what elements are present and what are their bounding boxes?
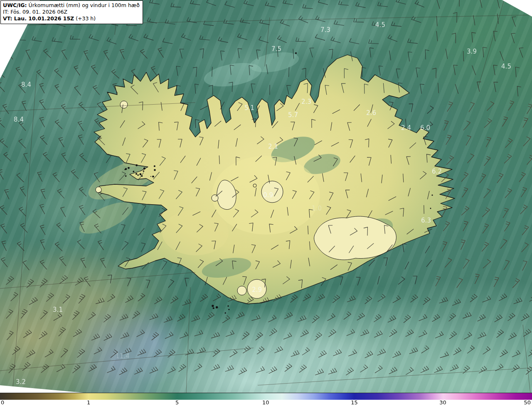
precip-value-label: 6.2	[432, 169, 442, 175]
glacier-eiriksjokull	[212, 195, 218, 201]
precip-value-label: 7.5	[271, 46, 281, 52]
colorbar-tick-label: 15	[351, 400, 358, 406]
colorbar-tick-label: 1	[87, 400, 90, 406]
precip-value-label-faint: 1.0	[312, 205, 322, 212]
valid-time-line: VT: Lau. 10.01.2026 15Z (+33 h)	[3, 15, 140, 22]
glacier-drangajokull	[120, 101, 128, 108]
title-box: UWC/IG: Úrkomumætti (mm) og vindur i 100…	[0, 0, 143, 24]
precip-value-label: 4.5	[375, 22, 385, 28]
glacier-vatnajokull	[314, 216, 397, 260]
colorbar-tick-label: 30	[439, 400, 446, 406]
precip-value-label: 2.4	[401, 125, 411, 131]
precip-value-label: 3.2	[16, 379, 26, 385]
precip-value-label: 8.4	[14, 117, 24, 123]
colorbar: 01510153050	[0, 393, 532, 406]
valid-offset: (+33 h)	[74, 15, 96, 22]
init-time: IT: Fös. 09. 01. 2026 06Z	[3, 9, 67, 15]
init-time-line: IT: Fös. 09. 01. 2026 06Z	[3, 9, 140, 15]
product-title-line: UWC/IG: Úrkomumætti (mm) og vindur i 100…	[3, 2, 140, 9]
colorbar-tick-label: 0	[1, 400, 4, 406]
colorbar-tick-label: 5	[175, 400, 179, 406]
precip-value-label: 2.3	[301, 99, 311, 105]
precip-value-label: 8.4	[21, 82, 31, 88]
precip-value-label: 5.7	[288, 112, 298, 118]
colorbar-tick-label: 10	[262, 400, 269, 406]
colorbar-gradient	[0, 393, 532, 400]
weather-map: 7.34.57.53.94.58.48.45.12.35.72.62.46.02…	[0, 0, 532, 406]
map-title: Úrkomumætti (mm) og vindur i 100m hæð	[27, 2, 140, 8]
valid-time: VT: Lau. 10.01.2026 15Z	[3, 15, 74, 22]
product-label: UWC/IG:	[3, 2, 27, 8]
precip-value-label: 3.9	[467, 49, 477, 55]
precip-value-label: 4.5	[501, 64, 511, 70]
colorbar-labels: 01510153050	[0, 400, 532, 406]
precip-value-label: 6.0	[420, 125, 430, 131]
precip-value-label: 3.1	[53, 307, 63, 313]
precip-value-label: 5.1	[244, 105, 254, 111]
precip-value-label: 2.6	[366, 110, 376, 116]
precip-value-label: 2.1	[268, 144, 278, 150]
colorbar-tick-label: 50	[524, 400, 531, 406]
precip-value-label-faint: 11.4	[116, 353, 129, 360]
precip-value-label: 7.3	[320, 27, 330, 33]
precip-value-label: 2.9	[252, 287, 262, 293]
precip-value-label: 0.9	[263, 192, 273, 198]
precip-value-label: 6.3	[421, 218, 431, 224]
glacier-eyjafjallajokull	[237, 286, 246, 295]
